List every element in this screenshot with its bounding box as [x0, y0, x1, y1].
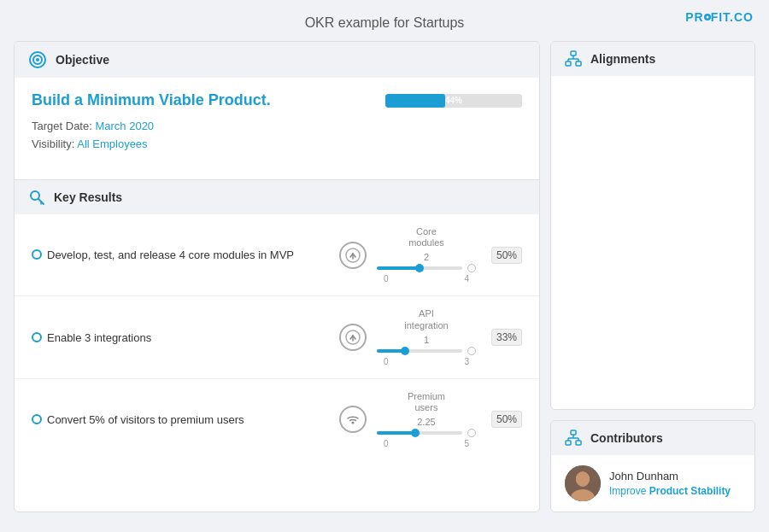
kr-metric-label-2: APIintegration: [404, 308, 448, 330]
kr-slider-3[interactable]: [377, 429, 476, 437]
objective-title: Build a Minimum Viable Product.: [32, 91, 271, 109]
progress-label: 44%: [385, 94, 522, 108]
kr-slider-fill-3: [377, 431, 415, 435]
kr-range-1: 0 4: [384, 274, 469, 284]
kr-text-2: Enable 3 integrations: [32, 331, 329, 344]
alignments-header: Alignments: [551, 42, 754, 76]
alignments-body: [551, 76, 754, 144]
wifi-icon-3: [345, 412, 361, 427]
kr-slider-end-2: [467, 347, 476, 355]
kr-label-3: Convert 5% of visitors to premium users: [32, 413, 329, 426]
main-layout: Objective Build a Minimum Viable Product…: [0, 41, 769, 526]
contributor-obj-word2: Product Stability: [649, 485, 731, 497]
upload-icon-1: [345, 248, 361, 263]
contributor-info-1: John Dunham Improve Product Stability: [609, 470, 741, 497]
avatar-image-1: [565, 465, 601, 501]
svg-point-10: [351, 422, 354, 424]
objective-icon: [28, 50, 47, 69]
kr-value-1: 2: [424, 252, 429, 262]
kr-item-3: Convert 5% of visitors to premium users …: [15, 379, 539, 460]
alignments-card: Alignments: [550, 41, 755, 410]
kr-percent-3: 50%: [491, 411, 522, 428]
kr-icon-1: [339, 242, 367, 269]
key-results-header: Key Results: [15, 180, 539, 214]
kr-dot-1: [32, 249, 42, 260]
objective-content: Build a Minimum Viable Product. 44% Targ…: [15, 78, 539, 172]
contributors-card: Contributors John Dunham: [550, 420, 755, 512]
kr-slider-thumb-3: [411, 429, 420, 437]
contributors-icon: [565, 430, 582, 447]
kr-text-3: Convert 5% of visitors to premium users: [32, 413, 329, 426]
visibility-label: Visibility:: [32, 137, 77, 150]
kr-slider-track-1: [377, 266, 462, 270]
svg-rect-18: [571, 430, 576, 435]
svg-rect-11: [571, 51, 576, 56]
kr-percent-1: 50%: [491, 247, 522, 264]
kr-label-2: Enable 3 integrations: [32, 331, 329, 344]
right-panel: Alignments Contributors: [550, 41, 755, 512]
kr-slider-thumb-2: [401, 347, 409, 355]
kr-percent-2: 33%: [491, 329, 522, 346]
kr-metric-label-3: Premiumusers: [408, 391, 445, 413]
kr-value-2: 1: [424, 335, 429, 345]
key-results-label: Key Results: [54, 190, 122, 204]
kr-item-2: Enable 3 integrations APIintegration 1: [15, 296, 539, 378]
contributors-header: Contributors: [551, 421, 754, 455]
contributor-objective-1[interactable]: Improve Product Stability: [609, 485, 741, 497]
target-date-label: Target Date:: [32, 120, 95, 132]
kr-slider-track-3: [377, 431, 462, 435]
key-results-icon: [28, 189, 45, 206]
kr-icon-2: [339, 324, 367, 351]
svg-rect-12: [566, 61, 571, 66]
kr-metric-1: Coremodules 2 0 4: [377, 226, 476, 284]
objective-header: Objective: [15, 42, 539, 78]
kr-icon-3: [339, 406, 367, 433]
target-date-value[interactable]: March 2020: [95, 120, 154, 132]
logo-dot: [704, 14, 711, 20]
objective-section-label: Objective: [56, 53, 109, 67]
alignments-label: Alignments: [590, 52, 655, 66]
key-results-section: Key Results Develop, test, and release 4…: [15, 179, 539, 460]
kr-slider-2[interactable]: [377, 347, 476, 355]
kr-value-3: 2.25: [417, 417, 435, 427]
progress-bar-track: 44%: [385, 94, 522, 108]
kr-metric-3: Premiumusers 2.25 0 5: [377, 391, 476, 448]
left-panel: Objective Build a Minimum Viable Product…: [14, 41, 540, 512]
kr-metric-label-1: Coremodules: [408, 226, 444, 248]
kr-range-2: 0 3: [384, 357, 469, 366]
kr-metric-2: APIintegration 1 0 3: [377, 308, 476, 365]
svg-point-28: [576, 472, 590, 486]
kr-slider-end-1: [467, 264, 476, 272]
kr-dot-2: [32, 332, 42, 342]
svg-point-2: [36, 58, 39, 61]
contributor-avatar-1: [565, 465, 601, 501]
kr-item-1: Develop, test, and release 4 core module…: [15, 214, 539, 296]
kr-label-1: Develop, test, and release 4 core module…: [32, 248, 329, 261]
objective-title-row: Build a Minimum Viable Product. 44%: [32, 91, 522, 109]
kr-slider-fill-1: [377, 266, 420, 270]
kr-slider-end-3: [467, 429, 476, 437]
kr-range-3: 0 5: [384, 439, 469, 448]
progress-bar-container: 44%: [385, 94, 522, 108]
contributor-name-1: John Dunham: [609, 470, 741, 482]
alignments-icon: [565, 50, 582, 67]
contributors-label: Contributors: [590, 431, 663, 445]
visibility-value[interactable]: All Employees: [77, 137, 147, 150]
svg-rect-20: [576, 441, 581, 445]
contributor-row-1: John Dunham Improve Product Stability: [565, 465, 741, 501]
kr-text-1: Develop, test, and release 4 core module…: [32, 248, 329, 261]
contributor-obj-word1: Improve: [609, 485, 646, 497]
svg-rect-19: [566, 441, 571, 445]
kr-slider-1[interactable]: [377, 264, 476, 272]
svg-rect-13: [576, 61, 581, 66]
kr-slider-thumb-1: [415, 264, 424, 272]
kr-slider-track-2: [377, 349, 462, 353]
target-date-line: Target Date: March 2020: [32, 120, 522, 132]
contributors-body: John Dunham Improve Product Stability: [551, 455, 754, 512]
visibility-line: Visibility: All Employees: [32, 137, 522, 150]
upload-icon-2: [345, 330, 361, 345]
kr-dot-3: [32, 414, 42, 424]
logo: PRFIT.CO: [685, 10, 754, 24]
page-title: OKR example for Startups: [0, 0, 769, 41]
